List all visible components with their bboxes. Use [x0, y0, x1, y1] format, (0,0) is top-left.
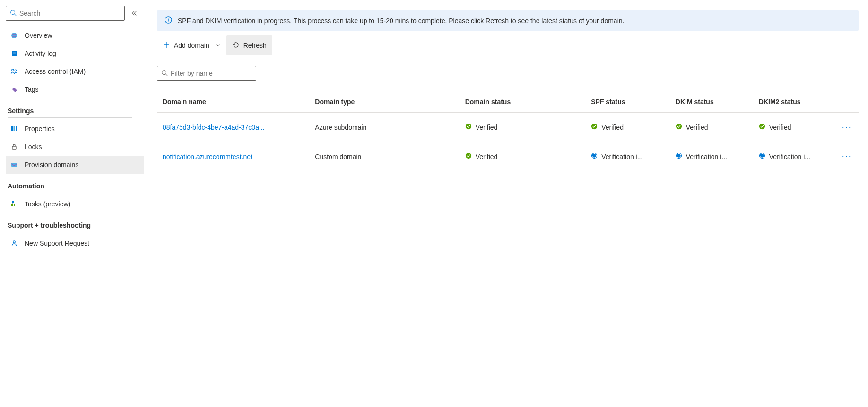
- check-circle-icon: [759, 123, 765, 131]
- svg-point-17: [13, 241, 15, 243]
- sidebar-item-access-control[interactable]: Access control (IAM): [6, 62, 144, 80]
- progress-icon: [676, 152, 682, 160]
- sidebar-item-new-support-request[interactable]: New Support Request: [6, 234, 144, 252]
- sidebar-item-label: Properties: [25, 125, 55, 133]
- sidebar-item-tags[interactable]: Tags: [6, 80, 144, 98]
- sidebar-item-activity-log[interactable]: Activity log: [6, 44, 144, 62]
- spf-status: Verification i...: [591, 152, 664, 160]
- col-dkim-status[interactable]: DKIM status: [670, 91, 753, 113]
- svg-point-0: [11, 10, 15, 14]
- plus-icon: [163, 41, 170, 50]
- dkim-status: Verified: [676, 123, 747, 131]
- progress-icon: [759, 152, 765, 160]
- domain-type: Custom domain: [315, 153, 361, 160]
- domain-name-link[interactable]: notification.azurecommtest.net: [163, 153, 304, 160]
- svg-point-24: [591, 124, 597, 129]
- table-header-row: Domain name Domain type Domain status SP…: [157, 91, 859, 113]
- sidebar-item-label: New Support Request: [25, 239, 89, 247]
- row-actions-button[interactable]: ···: [841, 122, 853, 132]
- people-icon: [9, 68, 19, 75]
- filter-input[interactable]: [168, 70, 253, 77]
- dkim2-status: Verified: [759, 123, 830, 131]
- svg-rect-15: [11, 204, 13, 206]
- info-banner: SPF and DKIM verification in progress. T…: [157, 10, 859, 31]
- svg-rect-14: [12, 201, 14, 203]
- col-domain-type[interactable]: Domain type: [309, 91, 459, 113]
- svg-point-2: [11, 33, 17, 38]
- domain-status: Verified: [465, 123, 580, 131]
- sidebar: Overview Activity log Access control (IA…: [0, 0, 144, 407]
- col-domain-status[interactable]: Domain status: [460, 91, 586, 113]
- sidebar-item-label: Overview: [25, 32, 52, 39]
- refresh-label: Refresh: [243, 42, 267, 49]
- col-dkim2-status[interactable]: DKIM2 status: [753, 91, 835, 113]
- search-icon: [161, 70, 168, 78]
- refresh-icon: [232, 41, 240, 50]
- support-icon: [9, 239, 19, 247]
- sidebar-item-overview[interactable]: Overview: [6, 27, 144, 44]
- chevron-down-icon: [215, 42, 221, 49]
- add-domain-label: Add domain: [174, 42, 209, 49]
- svg-rect-9: [11, 126, 13, 131]
- svg-point-26: [759, 124, 765, 129]
- sidebar-item-locks[interactable]: Locks: [6, 138, 144, 156]
- sidebar-search[interactable]: [6, 6, 125, 21]
- svg-point-19: [168, 18, 169, 19]
- check-circle-icon: [591, 123, 598, 131]
- col-spf-status[interactable]: SPF status: [585, 91, 670, 113]
- sidebar-group-support-title: Support + troubleshooting: [6, 221, 144, 232]
- svg-point-7: [15, 70, 17, 71]
- main-content: SPF and DKIM verification in progress. T…: [144, 0, 868, 407]
- sidebar-item-properties[interactable]: Properties: [6, 120, 144, 138]
- svg-rect-5: [13, 53, 16, 53]
- tasks-icon: [9, 200, 19, 208]
- svg-rect-4: [13, 52, 16, 52]
- sidebar-item-label: Tags: [25, 86, 39, 93]
- svg-point-23: [466, 124, 471, 129]
- check-circle-icon: [676, 123, 682, 131]
- svg-rect-16: [14, 204, 15, 206]
- svg-point-27: [466, 153, 471, 159]
- dkim-status: Verification i...: [676, 152, 747, 160]
- add-domain-button[interactable]: Add domain: [157, 35, 226, 55]
- sidebar-item-label: Activity log: [25, 50, 56, 57]
- svg-point-8: [12, 88, 13, 89]
- toolbar: Add domain Refresh: [157, 35, 859, 55]
- svg-rect-10: [14, 126, 15, 131]
- divider: [8, 232, 132, 232]
- properties-icon: [9, 125, 19, 133]
- domain-status: Verified: [465, 152, 580, 160]
- tag-icon: [9, 86, 19, 93]
- sidebar-search-input[interactable]: [17, 9, 121, 17]
- row-actions-button[interactable]: ···: [841, 151, 853, 161]
- domains-table: Domain name Domain type Domain status SP…: [157, 91, 859, 171]
- svg-line-1: [15, 14, 17, 16]
- lock-icon: [9, 143, 19, 150]
- sidebar-item-tasks[interactable]: Tasks (preview): [6, 195, 144, 213]
- chevron-double-left-icon: [131, 10, 138, 17]
- table-row: notification.azurecommtest.net Custom do…: [157, 142, 859, 171]
- divider: [8, 117, 132, 118]
- svg-rect-12: [12, 146, 16, 149]
- svg-point-6: [12, 69, 14, 71]
- sidebar-item-provision-domains[interactable]: Provision domains: [6, 156, 144, 174]
- svg-rect-11: [16, 126, 17, 131]
- info-icon: [165, 16, 172, 25]
- domain-name-link[interactable]: 08fa75d3-bfdc-4be7-a4ad-37c0a...: [163, 124, 304, 131]
- sidebar-item-label: Locks: [25, 143, 42, 150]
- domains-icon: [9, 161, 19, 168]
- table-row: 08fa75d3-bfdc-4be7-a4ad-37c0a... Azure s…: [157, 113, 859, 142]
- collapse-sidebar-button[interactable]: [129, 8, 140, 19]
- check-circle-icon: [465, 123, 472, 131]
- divider: [8, 193, 132, 193]
- dkim2-status: Verification i...: [759, 152, 830, 160]
- progress-icon: [591, 152, 598, 160]
- col-domain-name[interactable]: Domain name: [157, 91, 309, 113]
- spf-status: Verified: [591, 123, 664, 131]
- sidebar-group-automation-title: Automation: [6, 182, 144, 193]
- filter-by-name[interactable]: [157, 66, 256, 81]
- book-icon: [9, 50, 19, 57]
- svg-point-25: [676, 124, 682, 129]
- refresh-button[interactable]: Refresh: [226, 35, 272, 55]
- globe-icon: [9, 32, 19, 39]
